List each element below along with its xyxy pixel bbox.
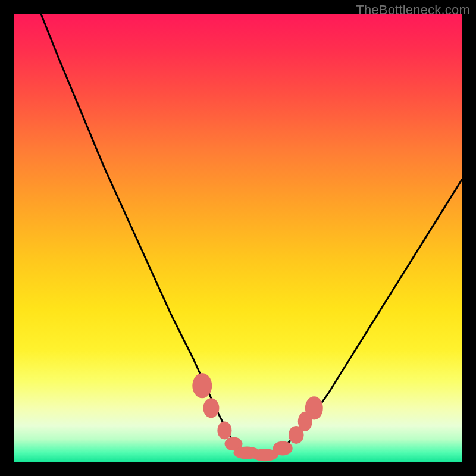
bottleneck-curve-line xyxy=(41,14,462,458)
valley-marker xyxy=(217,421,231,439)
watermark-text: TheBottleneck.com xyxy=(356,2,470,18)
valley-marker xyxy=(305,396,323,419)
curve-markers xyxy=(192,373,323,461)
valley-marker xyxy=(273,441,293,455)
bottleneck-curve-svg xyxy=(14,14,462,462)
valley-marker xyxy=(192,373,212,398)
valley-marker xyxy=(203,398,219,418)
chart-area xyxy=(14,14,462,462)
